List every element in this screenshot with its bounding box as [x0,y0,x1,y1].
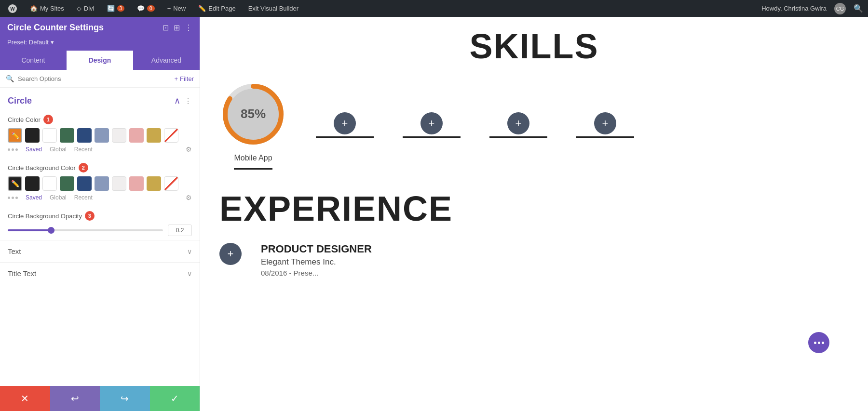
undo-button[interactable]: ↩ [50,386,100,411]
admin-bar-right: Howdy, Christina Gwira CG 🔍 [761,1,863,16]
search-input[interactable] [18,75,171,82]
redo-button[interactable]: ↪ [100,386,150,411]
opacity-slider[interactable] [8,229,163,231]
wp-logo[interactable]: W [5,2,20,15]
bg-swatch-green[interactable] [60,176,74,191]
confirm-icon: ✓ [171,393,179,404]
exit-visual-builder-button[interactable]: Exit Visual Builder [245,3,302,14]
swatch-transparent[interactable] [164,128,178,143]
expand-icon[interactable]: ⊡ [163,23,169,32]
confirm-button[interactable]: ✓ [150,386,200,411]
more-icon[interactable]: ⋮ [185,23,192,32]
circle-bg-color-meta: Saved Global Recent ⚙ [8,191,192,203]
admin-search-icon[interactable]: 🔍 [854,4,863,13]
circle-color-swatches: ✏️ [8,128,192,143]
color-settings-icon[interactable]: ⚙ [186,146,192,153]
pencil-icon: ✏️ [11,132,19,139]
opacity-value-input[interactable] [168,225,192,236]
text-section-title: Text [8,247,21,255]
text-chevron-icon: ∨ [187,248,192,255]
slider-thumb[interactable] [48,227,54,234]
circle-color-badge: 1 [43,115,53,124]
saved-link[interactable]: Saved [26,146,42,153]
page-content: SKILLS 85% Mobile App + [200,17,868,411]
circle-bg-opacity-badge: 3 [85,211,95,221]
bg-swatch-light[interactable] [112,176,126,191]
updates-menu[interactable]: 🔄 3 [104,3,128,14]
cancel-button[interactable]: ✕ [0,386,50,411]
section-more-icon[interactable]: ⋮ [184,96,192,106]
date-range: 08/2016 - Prese... [261,269,372,277]
section-controls: ∧ ⋮ [174,95,192,106]
add-button-3[interactable]: + [507,112,529,134]
bottom-toolbar: ✕ ↩ ↪ ✓ [0,386,200,411]
bg-swatch-gold[interactable] [147,176,161,191]
bg-saved-link[interactable]: Saved [26,194,42,201]
title-text-section[interactable]: Title Text ∨ [0,262,200,284]
filter-button[interactable]: + Filter [175,75,194,82]
more-swatches-button[interactable] [8,148,18,151]
floating-dots-button[interactable] [808,332,829,353]
bg-swatch-black[interactable] [25,176,40,191]
avatar[interactable]: CG [831,1,849,16]
tab-content[interactable]: Content [0,51,67,70]
title-text-section-title: Title Text [8,269,36,278]
my-sites-label: My Sites [40,5,64,12]
admin-bar: W 🏠 My Sites ◇ Divi 🔄 3 💬 0 + New ✏️ Edi… [0,0,868,17]
edit-icon: ✏️ [198,5,206,12]
experience-section: EXPERIENCE + PRODUCT DESIGNER Elegant Th… [219,189,849,277]
circle-bg-color-swatches: ✏️ [8,176,192,191]
bg-global-link[interactable]: Global [50,194,67,201]
swatch-slate[interactable] [95,128,109,143]
exp-add-button[interactable]: + [219,243,242,265]
bg-swatch-navy[interactable] [77,176,92,191]
cancel-icon: ✕ [21,393,29,404]
edit-page-button[interactable]: ✏️ Edit Page [195,3,238,14]
tab-advanced[interactable]: Advanced [133,51,200,70]
color-picker-swatch[interactable]: ✏️ [8,128,22,143]
sidebar: Circle Counter Settings ⊡ ⊞ ⋮ Preset: De… [0,17,200,411]
pencil-icon-2: ✏️ [11,180,19,187]
swatch-pink[interactable] [129,128,144,143]
global-link[interactable]: Global [50,146,67,153]
text-section[interactable]: Text ∨ [0,240,200,262]
redo-icon: ↪ [121,393,129,404]
bg-swatch-white[interactable] [42,176,57,191]
skills-section: SKILLS [219,27,849,66]
swatch-green[interactable] [60,128,74,143]
preset-bar[interactable]: Preset: Default ▾ [0,39,200,51]
bg-swatch-slate[interactable] [95,176,109,191]
recent-link[interactable]: Recent [74,146,93,153]
swatch-white[interactable] [42,128,57,143]
my-sites-menu[interactable]: 🏠 My Sites [27,3,67,14]
grid-icon[interactable]: ⊞ [174,23,180,32]
swatch-light[interactable] [112,128,126,143]
divi-menu[interactable]: ◇ Divi [74,3,97,14]
swatch-gold[interactable] [147,128,161,143]
edit-page-label: Edit Page [208,5,235,12]
circle-bg-opacity-label: Circle Background Opacity 3 [8,211,192,221]
bg-color-picker-swatch[interactable]: ✏️ [8,176,22,191]
title-text-chevron-icon: ∨ [187,270,192,278]
add-button-2[interactable]: + [420,112,443,134]
tab-design[interactable]: Design [67,51,133,70]
add-button-1[interactable]: + [334,112,356,134]
bg-more-swatches-button[interactable] [8,197,18,199]
divi-label: Divi [84,5,95,12]
add-button-4[interactable]: + [594,112,616,134]
swatch-black[interactable] [25,128,40,143]
job-title: PRODUCT DESIGNER [261,243,372,255]
updates-badge: 3 [117,5,125,12]
dot-2 [818,342,820,344]
bg-color-settings-icon[interactable]: ⚙ [186,194,192,201]
experience-row: + PRODUCT DESIGNER Elegant Themes Inc. 0… [219,243,849,277]
bg-swatch-pink[interactable] [129,176,144,191]
swatch-navy[interactable] [77,128,92,143]
comments-menu[interactable]: 💬 0 [134,3,158,14]
bg-recent-link[interactable]: Recent [74,194,93,201]
skills-title: SKILLS [219,27,849,66]
new-plus-icon: + [167,5,171,12]
section-collapse-icon[interactable]: ∧ [174,95,180,106]
bg-swatch-transparent[interactable] [164,176,178,191]
new-menu[interactable]: + New [164,3,189,14]
